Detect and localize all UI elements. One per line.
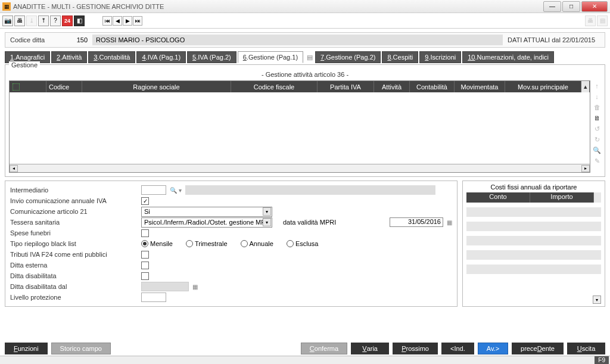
tab-gestione1[interactable]: 6.Gestione (Pag.1)	[238, 51, 303, 63]
funzioni-button[interactable]: FFunzioniunzioni	[5, 343, 48, 354]
grid-h-scroll[interactable]: ◂ ▸	[10, 164, 590, 172]
nav-last[interactable]: ⏭	[133, 16, 142, 26]
tool-delete-icon[interactable]: 🗑	[593, 103, 601, 111]
toolbar-right-2[interactable]: ▤	[597, 15, 608, 26]
toolbar: 📷 🖶 ⤓ ⤒ ? 24 ◧ ⏮ ◀ ▶ ⏭ 🖶 ▤	[0, 13, 610, 29]
scroll-right-icon[interactable]: ▸	[581, 165, 590, 172]
col-partita-iva[interactable]: Partita IVA	[318, 81, 374, 92]
col-contabilita[interactable]: Contabilità	[410, 81, 455, 92]
nav-next[interactable]: ▶	[123, 16, 132, 26]
radio-esclusa[interactable]: Esclusa	[287, 240, 319, 247]
camera-icon[interactable]: 📷	[2, 15, 13, 26]
costs-scroll-down[interactable]: ▾	[593, 295, 601, 304]
tab-strip: 1.Anagrafici 2.Attività 3.Contabilità 4.…	[5, 51, 605, 63]
invio-com-label: Invio comunicazione annuale IVA	[10, 197, 141, 204]
storico-button[interactable]: Storico campo	[51, 343, 111, 354]
col-ragione-sociale[interactable]: Ragione sociale	[82, 81, 231, 92]
varia-button[interactable]: Varia	[351, 343, 389, 354]
costs-row[interactable]	[466, 222, 601, 231]
chevron-down-icon: ▾	[263, 218, 271, 226]
costs-row[interactable]	[466, 207, 601, 217]
precedente-button[interactable]: preceDente	[512, 343, 564, 354]
header-row: Codice ditta 150 ROSSI MARIO - PSICOLOGO…	[5, 32, 605, 48]
com-art21-value: Si	[144, 208, 263, 215]
tab-iva2[interactable]: 5.IVA (Pag.2)	[187, 51, 236, 63]
calendar-icon[interactable]: ▦	[192, 284, 198, 290]
upload-icon[interactable]: ⤒	[38, 15, 49, 26]
codice-ditta-value: 150	[45, 36, 92, 43]
col-importo[interactable]: Importo	[530, 192, 594, 203]
costs-row[interactable]	[466, 265, 601, 274]
costs-body[interactable]	[466, 203, 601, 293]
gestione-legend: Gestione	[9, 61, 40, 69]
toggle-icon[interactable]: ◧	[74, 15, 85, 26]
col-conto[interactable]: Conto	[466, 192, 530, 203]
col-codice-fiscale[interactable]: Codice fiscale	[231, 81, 318, 92]
col-movimentata[interactable]: Movimentata	[455, 81, 505, 92]
tool-up-icon[interactable]: ↑	[593, 82, 601, 90]
maximize-button[interactable]: □	[562, 1, 580, 12]
invio-com-checkbox[interactable]: ✓	[141, 197, 149, 205]
nav-first[interactable]: ⏮	[102, 16, 112, 26]
grid-body[interactable]	[10, 92, 590, 164]
toolbar-right-1[interactable]: 🖶	[585, 15, 596, 26]
tab-numerazioni[interactable]: 10.Numerazioni, date, indici	[462, 51, 554, 63]
tool-down-icon[interactable]: ↓	[593, 92, 601, 101]
costs-row[interactable]	[466, 236, 601, 245]
grid-header-scroll[interactable]: ▴	[581, 81, 590, 92]
tessera-label: Tessera sanitaria	[10, 219, 141, 226]
count-badge[interactable]: 24	[62, 15, 73, 26]
prossimo-button[interactable]: Prossimo	[393, 343, 438, 354]
grid-selector-col[interactable]	[23, 81, 46, 92]
grid-corner[interactable]	[10, 81, 23, 92]
tool-search-icon[interactable]: 🔍	[593, 146, 601, 154]
tributi-f24-label: Tributi IVA F24 come enti pubblici	[10, 251, 141, 258]
tool-redo-icon[interactable]: ↻	[593, 135, 601, 144]
tab-contabilita[interactable]: 3.Contabilità	[88, 51, 135, 63]
nav-prev[interactable]: ◀	[113, 16, 122, 26]
radio-annuale[interactable]: Annuale	[241, 240, 273, 247]
spese-funebri-checkbox[interactable]	[141, 229, 149, 237]
tributi-f24-checkbox[interactable]	[141, 251, 149, 259]
costs-row[interactable]	[466, 250, 601, 260]
intermediario-input[interactable]	[141, 185, 166, 195]
print-icon[interactable]: 🖶	[14, 15, 25, 26]
com-art21-dropdown[interactable]: Si ▾	[141, 207, 272, 217]
tab-attivita[interactable]: 2.Attività	[51, 51, 87, 63]
radio-trimestrale[interactable]: Trimestrale	[186, 240, 228, 247]
calendar-icon[interactable]: ▦	[447, 219, 452, 226]
livello-prot-input[interactable]	[141, 293, 166, 302]
tab-cespiti[interactable]: 8.Cespiti	[382, 51, 418, 63]
conferma-button[interactable]: Conferma	[301, 343, 347, 354]
tab-gestione2[interactable]: 7.Gestione (Pag.2)	[315, 51, 381, 63]
gestione-grid[interactable]: Codice Ragione sociale Codice fiscale Pa…	[9, 80, 590, 173]
col-mov-principale[interactable]: Mov.su principale	[505, 81, 581, 92]
tool-edit-icon[interactable]: ✎	[593, 157, 601, 165]
av-button[interactable]: Av.>	[478, 343, 508, 354]
minimize-button[interactable]: —	[543, 1, 561, 12]
ditta-disab-label: Ditta disabilitata	[10, 272, 141, 279]
radio-mensile[interactable]: Mensile	[141, 240, 173, 247]
col-attivita[interactable]: Attività	[374, 81, 410, 92]
uscita-button[interactable]: Uscita	[567, 343, 605, 354]
help-icon[interactable]: ?	[50, 15, 61, 26]
dati-attuali: DATI ATTUALI dal 22/01/2015	[503, 36, 600, 43]
close-button[interactable]: ✕	[581, 1, 608, 12]
ind-button[interactable]: <Ind.	[441, 343, 474, 354]
form-panel: Intermediario 🔍 ▾ Invio comunicazione an…	[5, 181, 458, 307]
col-codice[interactable]: Codice	[46, 81, 82, 92]
costs-panel: Costi fissi annuali da riportare Conto I…	[462, 181, 605, 307]
tab-iscrizioni[interactable]: 9.Iscrizioni	[419, 51, 461, 63]
tab-iva1[interactable]: 4.IVA (Pag.1)	[136, 51, 186, 63]
lookup-icon[interactable]: 🔍 ▾	[170, 187, 182, 194]
tessera-dropdown[interactable]: Psicol./Inferm./Radiol./Ostet. gestione …	[141, 217, 272, 228]
tool-doc-icon[interactable]: 🗎	[593, 114, 601, 122]
export-icon[interactable]: ⤓	[26, 15, 37, 26]
data-validita-input[interactable]: 31/05/2016	[390, 217, 443, 227]
intermediario-desc	[185, 185, 435, 195]
ditta-esterna-checkbox[interactable]	[141, 262, 149, 269]
tool-undo-icon[interactable]: ↺	[593, 125, 601, 133]
ditta-disab-dal-label: Ditta disabilitata dal	[10, 283, 141, 290]
scroll-left-icon[interactable]: ◂	[10, 165, 18, 172]
ditta-disab-checkbox[interactable]	[141, 272, 149, 280]
